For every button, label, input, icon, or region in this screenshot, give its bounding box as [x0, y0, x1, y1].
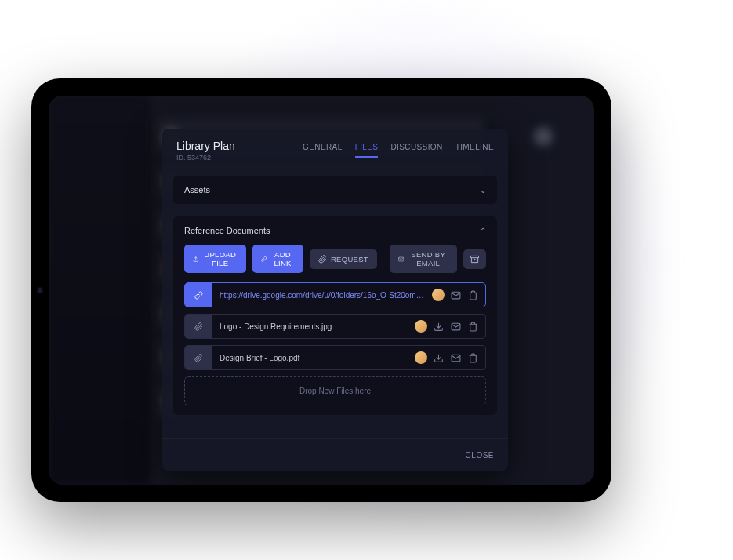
mail-file-button[interactable]: [449, 289, 462, 301]
send-by-email-button[interactable]: SEND BY EMAIL: [390, 245, 457, 273]
delete-file-button[interactable]: [466, 351, 479, 364]
actions-row: UPLOAD FILE ADD LINK REQUEST SEND BY EMA…: [184, 245, 486, 273]
screen: Library Plan ID. 534762 GENERAL FILES DI…: [49, 96, 594, 485]
modal-footer: CLOSE: [162, 438, 508, 471]
chevron-down-icon: ⌄: [480, 186, 486, 195]
mail-icon: [398, 255, 404, 264]
section-reference-documents: Reference Documents ⌃ UPLOAD FILE ADD LI…: [173, 216, 497, 415]
attachment-icon: [318, 255, 327, 264]
tab-timeline[interactable]: TIMELINE: [455, 143, 494, 158]
add-link-button[interactable]: ADD LINK: [252, 245, 303, 273]
section-reference-header[interactable]: Reference Documents ⌃: [184, 226, 486, 235]
archive-button[interactable]: [463, 249, 486, 269]
tablet-frame: Library Plan ID. 534762 GENERAL FILES DI…: [31, 78, 611, 502]
delete-file-button[interactable]: [466, 289, 479, 301]
upload-icon: [193, 255, 199, 264]
avatar[interactable]: [432, 289, 445, 301]
file-row[interactable]: Logo - Design Requirements.jpg: [184, 314, 486, 339]
archive-icon: [470, 255, 479, 264]
download-file-button[interactable]: [432, 351, 445, 364]
modal-header: Library Plan ID. 534762 GENERAL FILES DI…: [162, 129, 508, 169]
file-row[interactable]: Design Brief - Logo.pdf: [184, 345, 486, 370]
mail-file-button[interactable]: [449, 320, 462, 333]
file-name: Design Brief - Logo.pdf: [212, 354, 415, 362]
tab-discussion[interactable]: DISCUSSION: [390, 143, 442, 158]
project-modal: Library Plan ID. 534762 GENERAL FILES DI…: [162, 129, 508, 471]
file-name: https://drive.google.com/drive/u/0/folde…: [212, 291, 432, 300]
close-button[interactable]: CLOSE: [466, 451, 494, 460]
tablet-camera: [38, 288, 42, 293]
upload-file-button[interactable]: UPLOAD FILE: [184, 245, 246, 273]
request-button[interactable]: REQUEST: [310, 249, 377, 269]
modal-subtitle: ID. 534762: [176, 154, 235, 162]
dropzone[interactable]: Drop New Files here: [184, 376, 486, 405]
download-file-button[interactable]: [432, 320, 445, 333]
section-reference-title: Reference Documents: [184, 226, 270, 235]
section-assets-title: Assets: [184, 185, 210, 195]
attachment-icon: [194, 322, 203, 331]
tabs: GENERAL FILES DISCUSSION TIMELINE: [303, 143, 494, 158]
file-type-icon-box: [185, 346, 212, 369]
link-icon: [261, 255, 267, 264]
file-type-icon-box: [185, 315, 212, 338]
chevron-up-icon: ⌃: [480, 227, 486, 235]
mail-file-button[interactable]: [449, 351, 462, 364]
tab-general[interactable]: GENERAL: [303, 143, 343, 158]
modal-title: Library Plan: [176, 140, 235, 152]
tab-files[interactable]: FILES: [355, 143, 379, 158]
attachment-icon: [194, 354, 203, 362]
file-name: Logo - Design Requirements.jpg: [212, 322, 415, 331]
section-assets[interactable]: Assets ⌄: [173, 176, 497, 204]
avatar[interactable]: [415, 320, 427, 333]
file-type-icon-box: [185, 283, 212, 307]
file-row-link[interactable]: https://drive.google.com/drive/u/0/folde…: [184, 282, 486, 307]
delete-file-button[interactable]: [466, 320, 479, 333]
link-icon: [194, 291, 203, 300]
avatar[interactable]: [415, 351, 427, 364]
